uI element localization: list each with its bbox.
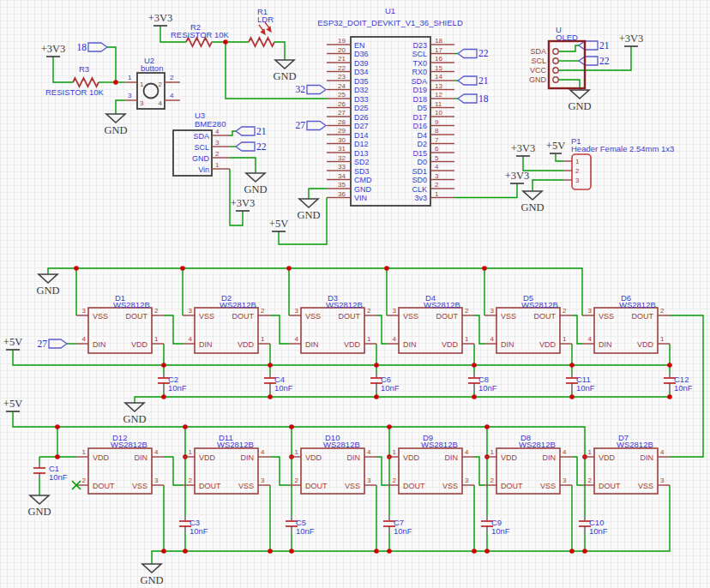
cap-value: 10nF <box>589 526 608 536</box>
pin-name: VSS <box>305 312 321 321</box>
oled-pin-circle <box>553 49 558 54</box>
pin-name: DIN <box>543 453 557 462</box>
pin-num: 31 <box>338 145 346 153</box>
resistor-r2[interactable]: R2 RESISTOR 10K <box>171 22 230 46</box>
resistor-r1-ldr[interactable]: R1 LDR <box>249 7 274 46</box>
ic-u1-esp32[interactable]: U1 ESP32_DOIT_DEVKIT_V1_36_SHIELD 19EN 2… <box>317 6 463 206</box>
pin-num: 4 <box>563 448 567 456</box>
pin-num: 11 <box>435 100 442 108</box>
pin-num: 2 <box>393 477 397 484</box>
cap-c6[interactable]: C6 10nF <box>370 374 400 393</box>
led-d12[interactable]: D12 WS2812B 1 4 2 3 VDD DIN DOUT VSS <box>72 433 164 494</box>
led-d7[interactable]: D7 WS2812B 1 4 2 3 VDD DIN DOUT VSS <box>582 433 670 494</box>
led-d3[interactable]: D3 WS2812B 3 2 4 1 VSS DOUT DIN VDD <box>289 293 376 353</box>
pin-num: 2 <box>215 150 220 158</box>
cap-c12[interactable]: C12 10nF <box>664 374 693 393</box>
gnd-u2: GND <box>104 114 127 136</box>
cap-c7[interactable]: C7 10nF <box>383 516 412 536</box>
gnd-label: GND <box>123 413 146 425</box>
pin-name: DOUT <box>199 482 221 490</box>
pin-num: 3 <box>261 477 265 484</box>
p1-value: Header Female 2.54mm 1x3 <box>571 144 674 153</box>
pin-num: 4 <box>82 335 87 343</box>
led-value: WS2812B <box>521 300 558 309</box>
led-d11[interactable]: D11 WS2812B 1 4 2 3 VDD DIN DOUT VSS <box>183 433 270 494</box>
u1-right-pins[interactable]: 18D23 17SCL 16TX0 15RX0 14SDA 13D19 12D1… <box>411 37 454 202</box>
net-flag-label: 18 <box>77 42 87 52</box>
led-d8[interactable]: D8 WS2812B 1 4 2 3 VDD DIN DOUT VSS <box>484 433 572 494</box>
power-label: +5V <box>546 140 565 152</box>
cap-c4[interactable]: C4 10nF <box>264 374 293 393</box>
cap-c11[interactable]: C11 10nF <box>566 374 595 393</box>
net-flag-label: 27 <box>296 120 306 130</box>
drop-vdd-d12 <box>57 427 76 457</box>
caps-row2[interactable]: C1 10nF C3 10nF C5 10nF C7 10nF C9 10nF … <box>33 463 608 536</box>
cap-c9[interactable]: C9 10nF <box>481 516 510 536</box>
u1-left-pins[interactable]: 19EN 20D36 21D39 22D34 23D35 24D32 25D33… <box>327 37 372 202</box>
cap-c10[interactable]: C10 10nF <box>579 516 608 536</box>
cap-c2[interactable]: C2 10nF <box>158 374 187 393</box>
p1-pin2: 2 <box>575 167 580 175</box>
power-3v3-u3: +3V3 <box>231 197 256 211</box>
cap-c3[interactable]: C3 10nF <box>179 516 208 536</box>
pin-num: 4 <box>393 335 397 343</box>
cap-value: 10nF <box>674 383 693 393</box>
schematic-canvas[interactable]: +3V3 +3V3 +3V3 +3V3 +3V3 +3V3 +5V +5V +5… <box>0 0 710 588</box>
power-3v3-r3: +3V3 <box>41 43 66 57</box>
resistor-r3[interactable]: R3 RESISTOR 10K <box>45 64 105 97</box>
cap-value: 10nF <box>381 383 400 393</box>
pin-num: 17 <box>435 46 442 54</box>
pin-num: 15 <box>435 64 442 72</box>
pin-name: D34 <box>354 68 369 76</box>
pin-num: 3 <box>588 307 593 315</box>
net-flag-18-u2: 18 <box>77 42 108 52</box>
cap-c1[interactable]: C1 10nF <box>33 463 68 482</box>
wire-u3-sda <box>230 131 236 135</box>
pin-num: 3 <box>393 307 397 315</box>
cap-value: 10nF <box>190 526 208 536</box>
pin-num: 1 <box>215 161 220 169</box>
cap-c5[interactable]: C5 10nF <box>286 516 315 536</box>
pin-num: 36 <box>338 190 346 198</box>
led-d1[interactable]: D1 WS2812B 3 2 4 1 VSS DOUT DIN VDD <box>76 293 164 353</box>
led-d2[interactable]: D2 WS2812B 3 2 4 1 VSS DOUT DIN VDD <box>183 293 270 353</box>
pin-name: VDD <box>442 340 459 349</box>
jog-d10-d9 <box>376 457 387 485</box>
caps-row1[interactable]: C2 10nF C4 10nF C6 10nF C8 10nF C11 10nF… <box>158 374 693 393</box>
u2-value: button <box>141 63 163 73</box>
p1-pin3: 3 <box>575 177 580 184</box>
pin-num: 4 <box>660 448 665 456</box>
rail-row1-5v <box>13 350 670 365</box>
pin-num: 1 <box>588 448 593 456</box>
led-d10[interactable]: D10 WS2812B 1 4 2 3 VDD DIN DOUT VSS <box>289 433 376 494</box>
net-flag-label: 21 <box>478 75 489 86</box>
jog-d8-d7 <box>572 457 582 485</box>
pin-num: 3 <box>660 477 665 484</box>
connector-oled[interactable]: U OLED SDA SCL VCC GND <box>529 25 585 88</box>
button-u2[interactable]: U2 button 1 2 3 4 1 2 3 4 <box>125 56 180 109</box>
led-d4[interactable]: D4 WS2812B 3 2 4 1 VSS DOUT DIN VDD <box>387 293 474 353</box>
gnd-r1: GND <box>273 60 296 82</box>
pin-num: 23 <box>338 73 346 81</box>
pin-name: D15 <box>412 149 427 158</box>
connector-p1[interactable]: P1 Header Female 2.54mm 1x3 1 2 3 <box>563 136 674 189</box>
pin-num: 3 <box>82 307 87 315</box>
gnd-label: GND <box>297 209 320 221</box>
pin-name: Vin <box>198 165 209 174</box>
led-value: WS2812B <box>220 300 256 309</box>
cap-c8[interactable]: C8 10nF <box>468 374 497 393</box>
power-label: +3V3 <box>41 43 66 55</box>
led-d5[interactable]: D5 WS2812B 3 2 4 1 VSS DOUT DIN VDD <box>484 293 572 353</box>
ic-u3-bme280[interactable]: U3 BME280 4SDA 3SCL 2GND 1Vin <box>173 111 230 176</box>
pin-name: DIN <box>305 340 319 349</box>
pin-num: 3 <box>367 477 371 484</box>
led-d6[interactable]: D6 WS2812B 3 2 4 1 VSS DOUT DIN VDD <box>582 293 670 353</box>
pin-num: 3 <box>465 477 469 484</box>
net-flag-27-u1: 27 <box>296 120 327 130</box>
schematic-sheet[interactable]: +3V3 +3V3 +3V3 +3V3 +3V3 +3V3 +5V +5V +5… <box>0 0 710 588</box>
pin-name: VSS <box>238 482 254 490</box>
pin-num: 1 <box>154 335 159 343</box>
pin-name: D26 <box>354 113 369 122</box>
pin-num: 4 <box>465 448 469 456</box>
led-d9[interactable]: D9 WS2812B 1 4 2 3 VDD DIN DOUT VSS <box>387 433 474 494</box>
